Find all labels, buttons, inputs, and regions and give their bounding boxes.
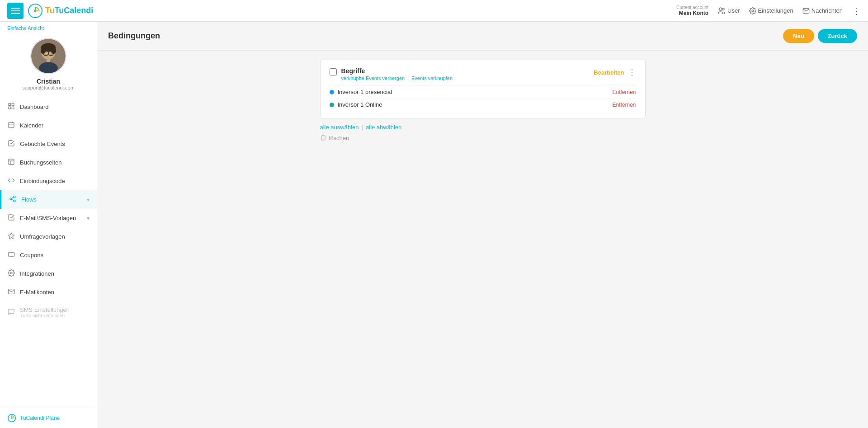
- svg-rect-21: [9, 107, 11, 109]
- remove-item-1-button[interactable]: Entfernen: [612, 89, 636, 95]
- email-templates-icon: [7, 214, 15, 222]
- sidebar-item-einbindungscode[interactable]: Einbindungscode: [0, 172, 97, 190]
- sidebar-item-dashboard-label: Dashboard: [20, 103, 49, 110]
- sidebar-item-integrationen[interactable]: Integrationen: [0, 264, 97, 283]
- content-area: Bedingungen Neu Zurück Begriffe verknüpf…: [97, 22, 868, 428]
- delete-label: löschen: [329, 135, 349, 141]
- sidebar-item-flows[interactable]: Flows ▾: [0, 190, 97, 209]
- plans-label: TuCalendi Pläne: [20, 415, 60, 421]
- sidebar-item-sms-einstellungen[interactable]: SMS Einstellungen Twilio nicht verbunden: [0, 301, 97, 323]
- card-item: Inversor 1 presencial Entfernen: [330, 85, 636, 98]
- grid-icon: [7, 103, 15, 111]
- calendar-icon: [7, 121, 15, 130]
- sidebar-item-umfragevorlagen[interactable]: Umfragevorlagen: [0, 227, 97, 246]
- sidebar-item-gebuchte-events[interactable]: Gebuchte Events: [0, 135, 97, 153]
- card-items: Inversor 1 presencial Entfernen Inversor…: [330, 85, 636, 111]
- connect-events-link[interactable]: Events verknüpfen: [411, 75, 453, 81]
- select-all-link[interactable]: alle auswählen: [320, 124, 359, 131]
- sidebar-item-buchungsseiten[interactable]: Buchungsseiten: [0, 153, 97, 172]
- user-nav-item[interactable]: User: [717, 7, 740, 15]
- svg-point-4: [719, 8, 722, 10]
- logo-area: TuTuCalendi: [28, 4, 93, 18]
- card-header: Begriffe verknüpfte Events verbergen | E…: [330, 67, 636, 81]
- neu-button[interactable]: Neu: [783, 29, 814, 43]
- avatar-image: [31, 38, 66, 74]
- hamburger-button[interactable]: [7, 3, 24, 19]
- sidebar-item-einbindungscode-label: Einbindungscode: [20, 178, 65, 184]
- code-icon: [7, 177, 15, 185]
- notifications-nav-item[interactable]: Nachrichten: [802, 7, 843, 14]
- main-layout: Einfache Ansicht: [0, 22, 868, 428]
- sidebar-item-dashboard[interactable]: Dashboard: [0, 98, 97, 116]
- item-1-label: Inversor 1 presencial: [338, 89, 392, 95]
- header-actions: Neu Zurück: [783, 29, 857, 43]
- sidebar-item-coupons[interactable]: Coupons: [0, 246, 97, 264]
- sidebar-item-gebuchte-events-label: Gebuchte Events: [20, 141, 65, 147]
- svg-point-30: [14, 196, 15, 198]
- card-title-area: Begriffe verknüpfte Events verbergen | E…: [341, 67, 453, 81]
- svg-rect-20: [12, 103, 14, 106]
- sidebar-item-flows-label: Flows: [21, 196, 37, 203]
- content-body: Begriffe verknüpfte Events verbergen | E…: [97, 51, 868, 151]
- logo-icon: [28, 4, 42, 18]
- settings-icon: [749, 7, 756, 14]
- svg-point-37: [10, 272, 12, 274]
- sms-einstellungen-text: SMS Einstellungen Twilio nicht verbunden: [20, 306, 70, 318]
- umfrage-icon: [7, 232, 15, 241]
- card-header-left: Begriffe verknüpfte Events verbergen | E…: [330, 67, 453, 81]
- emailkonten-icon: [7, 288, 15, 296]
- svg-line-33: [12, 199, 14, 201]
- delete-action[interactable]: löschen: [320, 134, 646, 142]
- sidebar-item-kalender-label: Kalender: [20, 122, 43, 129]
- hide-events-link[interactable]: verknüpfte Events verbergen: [341, 75, 405, 81]
- card-more-button[interactable]: ⋮: [628, 67, 636, 77]
- flows-icon: [9, 195, 17, 204]
- card-checkbox[interactable]: [330, 68, 337, 75]
- current-account: Current account Mein Konto: [676, 5, 708, 16]
- avatar: [30, 38, 66, 74]
- zuruck-button[interactable]: Zurück: [818, 29, 857, 43]
- link-separator: |: [407, 75, 409, 81]
- settings-nav-item[interactable]: Einstellungen: [749, 7, 793, 14]
- svg-point-31: [10, 198, 12, 200]
- svg-rect-23: [9, 122, 14, 128]
- sidebar-item-integrationen-label: Integrationen: [20, 270, 54, 277]
- bearbeiten-button[interactable]: Bearbeiten: [594, 69, 624, 76]
- sidebar-profile: Cristian support@tucalendi.com: [0, 33, 97, 98]
- card-item-left: Inversor 1 presencial: [330, 89, 392, 95]
- mail-icon: [802, 7, 810, 14]
- item-2-label: Inversor 1 Online: [338, 101, 382, 108]
- card-item: Inversor 1 Online Entfernen: [330, 98, 636, 111]
- sidebar-item-coupons-label: Coupons: [20, 252, 43, 259]
- card-item-left-2: Inversor 1 Online: [330, 101, 382, 108]
- simple-view-link[interactable]: Einfache Ansicht: [0, 22, 97, 33]
- svg-point-17: [39, 62, 58, 74]
- layout-icon: [7, 158, 15, 167]
- card-header-right: Bearbeiten ⋮: [594, 67, 636, 77]
- card-links: verknüpfte Events verbergen | Events ver…: [341, 75, 453, 81]
- sidebar-footer: TuCalendi Pläne: [0, 408, 97, 428]
- plans-icon: [7, 414, 16, 423]
- user-icon: [717, 7, 726, 15]
- sidebar-item-kalender[interactable]: Kalender: [0, 116, 97, 135]
- blue-dot: [330, 90, 334, 94]
- svg-rect-27: [9, 159, 14, 165]
- integrationen-icon: [7, 269, 15, 278]
- svg-point-5: [722, 8, 725, 10]
- bulk-separator: |: [362, 124, 363, 131]
- topnav-right: Current account Mein Konto User Einstell…: [676, 5, 861, 16]
- card-title: Begriffe: [341, 67, 453, 75]
- sidebar-plans-link[interactable]: TuCalendi Pläne: [7, 414, 90, 423]
- logo-text: TuTuCalendi: [45, 6, 93, 15]
- sms-icon: [7, 308, 15, 317]
- remove-item-2-button[interactable]: Entfernen: [612, 102, 636, 108]
- sidebar: Einfache Ansicht: [0, 22, 97, 428]
- svg-point-32: [14, 200, 15, 202]
- deselect-all-link[interactable]: alle abwählen: [366, 124, 402, 131]
- svg-rect-18: [47, 59, 50, 62]
- sidebar-item-email-sms-vorlagen[interactable]: E-Mail/SMS-Vorlagen ▾: [0, 209, 97, 227]
- sidebar-nav: Dashboard Kalender Gebuchte Events: [0, 98, 97, 408]
- sidebar-item-emailkonten[interactable]: E-Mailkonten: [0, 283, 97, 301]
- content-header: Bedingungen Neu Zurück: [97, 22, 868, 51]
- more-options-button[interactable]: ⋮: [852, 5, 861, 16]
